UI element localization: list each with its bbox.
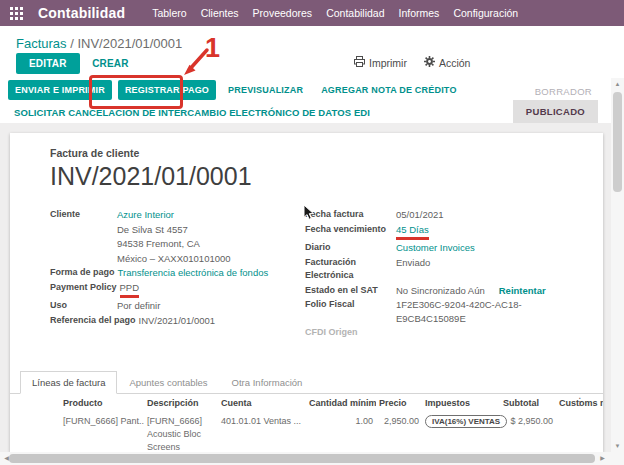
uso-value[interactable]: Por definir bbox=[117, 299, 160, 313]
breadcrumb-separator: / bbox=[70, 36, 74, 51]
horizontal-scrollbar-thumb[interactable] bbox=[9, 454, 595, 463]
print-action[interactable]: Imprimir bbox=[354, 56, 407, 69]
estado-sat-value: No Sincronizado AúnReintentar bbox=[396, 284, 546, 298]
invoice-line-row[interactable]: [FURN_6666] Pant... [FURN_6666] Acoustic… bbox=[10, 412, 603, 458]
cell-cantidad[interactable]: 1.00 bbox=[306, 412, 376, 458]
col-descripcion[interactable]: Descripción bbox=[144, 395, 218, 412]
facturacion-electronica-value: Enviado bbox=[396, 256, 430, 283]
uso-label: Uso bbox=[50, 299, 117, 313]
referencia-pago-value[interactable]: INV/2021/01/0001 bbox=[139, 314, 216, 328]
tab-lineas-factura[interactable]: Líneas de factura bbox=[20, 371, 117, 394]
edit-button[interactable]: EDITAR bbox=[16, 53, 80, 74]
nav-item-clientes[interactable]: Clientes bbox=[194, 7, 246, 19]
add-credit-note-button[interactable]: AGREGAR NOTA DE CRÉDITO bbox=[315, 80, 462, 100]
invoice-fields: Cliente Azure Interior De Silva St 4557 … bbox=[50, 208, 589, 341]
reintentar-link[interactable]: Reintentar bbox=[499, 285, 546, 296]
nav-item-configuracion[interactable]: Configuración bbox=[446, 7, 525, 19]
folio-fiscal-label: Folio Fiscal bbox=[305, 298, 396, 325]
cell-precio[interactable]: 2,950.00 bbox=[376, 412, 422, 458]
forma-pago-label: Forma de pago bbox=[50, 266, 118, 280]
invoice-sheet: Factura de cliente INV/2021/01/0001 Clie… bbox=[10, 133, 603, 452]
scrollbar-corner bbox=[611, 452, 624, 465]
breadcrumb: Facturas / INV/2021/01/0001 bbox=[16, 36, 182, 51]
notebook-tabs: Líneas de factura Apuntes contables Otra… bbox=[10, 370, 603, 394]
annotation-step-number: 1 bbox=[205, 33, 220, 64]
register-payment-button[interactable]: REGISTRAR PAGO bbox=[118, 80, 216, 100]
invoice-number-title: INV/2021/01/0001 bbox=[50, 162, 603, 191]
top-nav-bar: Contabilidad Tablero Clientes Proveedore… bbox=[0, 0, 624, 26]
estado-sat-label: Estado en el SAT bbox=[305, 284, 396, 298]
edi-cancel-button[interactable]: SOLICITAR CANCELACIÓN DE INTERCAMBIO ELE… bbox=[14, 107, 370, 118]
vertical-scrollbar-thumb[interactable] bbox=[613, 92, 622, 192]
facturacion-electronica-label: Facturación Electrónica bbox=[305, 256, 396, 283]
content-area: Factura de cliente INV/2021/01/0001 Clie… bbox=[0, 123, 611, 452]
action-label: Acción bbox=[439, 57, 471, 69]
referencia-pago-label: Referencia del pago bbox=[50, 314, 139, 328]
odoo-invoice-screen: Contabilidad Tablero Clientes Proveedore… bbox=[0, 0, 624, 465]
folio-fiscal-value: 1F2E306C-9204-420C-AC18-E9CB4C15089E bbox=[396, 298, 589, 325]
toolbar: EDITAR CREAR Imprimir bbox=[16, 53, 608, 77]
col-cantidad-minima[interactable]: Cantidad mínima bbox=[306, 395, 376, 412]
cfdi-origen-label: CFDI Origen bbox=[305, 326, 396, 340]
nav-item-contabilidad[interactable]: Contabilidad bbox=[319, 7, 391, 19]
status-bar: ENVIAR E IMPRIMIR REGISTRAR PAGO PREVISU… bbox=[0, 78, 611, 124]
breadcrumb-facturas-link[interactable]: Facturas bbox=[16, 36, 67, 51]
col-precio[interactable]: Precio bbox=[376, 395, 422, 412]
optional-columns-icon[interactable]: ⋮ bbox=[575, 396, 585, 407]
gear-icon bbox=[424, 56, 435, 69]
invoice-lines-table: Producto Descripción Cuenta Cantidad mín… bbox=[10, 395, 603, 458]
printer-icon bbox=[354, 56, 365, 69]
print-label: Imprimir bbox=[369, 57, 407, 69]
cliente-address-2: 94538 Fremont, CA bbox=[117, 237, 200, 251]
state-borrador[interactable]: BORRADOR bbox=[535, 86, 592, 97]
payment-policy-value[interactable]: PPD bbox=[120, 281, 140, 299]
send-print-button[interactable]: ENVIAR E IMPRIMIR bbox=[8, 80, 112, 100]
cell-impuestos[interactable]: IVA(16%) VENTAS bbox=[422, 412, 500, 458]
fecha-factura-label: Fecha factura bbox=[305, 208, 396, 222]
cliente-address-3: México – XAXX010101000 bbox=[117, 252, 231, 266]
nav-item-informes[interactable]: Informes bbox=[392, 7, 447, 19]
toolbar-actions: Imprimir Acción bbox=[354, 56, 470, 69]
payment-policy-label: Payment Policy bbox=[50, 281, 120, 299]
fecha-vencimiento-value[interactable]: 45 Días bbox=[396, 223, 429, 241]
tab-otra-informacion[interactable]: Otra Información bbox=[220, 371, 315, 394]
fecha-vencimiento-label: Fecha vencimiento bbox=[305, 223, 396, 241]
cliente-address-1: De Silva St 4557 bbox=[117, 223, 188, 237]
diario-value[interactable]: Customer Invoices bbox=[396, 241, 475, 255]
col-subtotal[interactable]: Subtotal bbox=[500, 395, 556, 412]
cell-subtotal[interactable]: $ 2,950.00 bbox=[500, 412, 556, 458]
fecha-factura-value[interactable]: 05/01/2021 bbox=[396, 208, 444, 222]
cliente-label: Cliente bbox=[50, 208, 117, 222]
vertical-scrollbar[interactable]: ▲ ▼ bbox=[611, 78, 624, 452]
preview-button[interactable]: PREVISUALIZAR bbox=[222, 80, 309, 100]
col-producto[interactable]: Producto bbox=[60, 395, 144, 412]
nav-item-proveedores[interactable]: Proveedores bbox=[246, 7, 320, 19]
forma-pago-value[interactable]: Transferencia electrónica de fondos bbox=[118, 266, 269, 280]
state-publicado[interactable]: PUBLICADO bbox=[513, 100, 598, 123]
scroll-up-icon[interactable]: ▲ bbox=[611, 78, 624, 90]
scroll-right-icon[interactable]: ▶ bbox=[596, 452, 609, 464]
create-button[interactable]: CREAR bbox=[84, 53, 137, 74]
horizontal-scrollbar[interactable]: ◀ ▶ bbox=[0, 452, 611, 465]
cell-cuenta[interactable]: 401.01.01 Ventas ... bbox=[218, 412, 306, 458]
table-header-row: Producto Descripción Cuenta Cantidad mín… bbox=[10, 395, 603, 412]
breadcrumb-current: INV/2021/01/0001 bbox=[77, 36, 182, 51]
nav-menu: Tablero Clientes Proveedores Contabilida… bbox=[145, 7, 525, 19]
diario-label: Diario bbox=[305, 241, 396, 255]
app-title[interactable]: Contabilidad bbox=[38, 5, 125, 21]
document-type-label: Factura de cliente bbox=[50, 147, 603, 159]
cell-customs[interactable] bbox=[556, 412, 603, 458]
cliente-value[interactable]: Azure Interior bbox=[117, 208, 174, 222]
cell-descripcion[interactable]: [FURN_6666] Acoustic Bloc Screens bbox=[144, 412, 218, 458]
col-impuestos[interactable]: Impuestos bbox=[422, 395, 500, 412]
scroll-down-icon[interactable]: ▼ bbox=[611, 440, 624, 452]
col-cuenta[interactable]: Cuenta bbox=[218, 395, 306, 412]
cell-producto[interactable]: [FURN_6666] Pant... bbox=[60, 412, 144, 458]
nav-item-tablero[interactable]: Tablero bbox=[145, 7, 193, 19]
tax-tag[interactable]: IVA(16%) VENTAS bbox=[425, 415, 507, 428]
action-menu[interactable]: Acción bbox=[424, 56, 471, 69]
tab-apuntes-contables[interactable]: Apuntes contables bbox=[117, 371, 219, 394]
apps-grid-icon[interactable] bbox=[10, 7, 23, 20]
